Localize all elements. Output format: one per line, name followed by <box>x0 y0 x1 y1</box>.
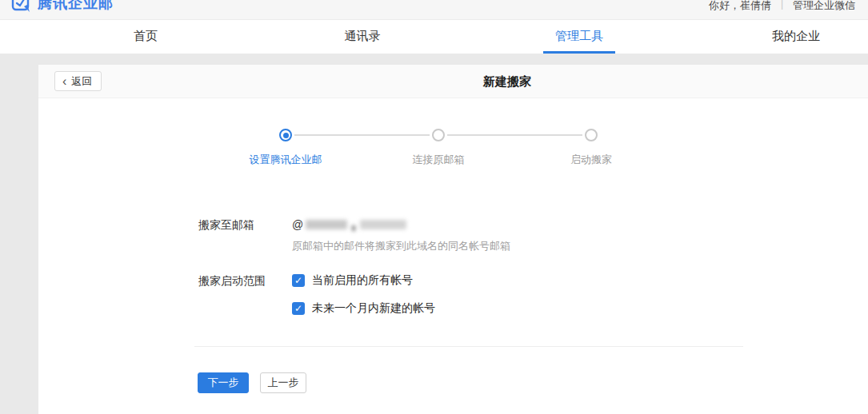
step-indicator-start <box>585 129 598 141</box>
back-button-label: 返回 <box>71 72 92 90</box>
step-label-connect: 连接原邮箱 <box>374 153 502 167</box>
step-connector-2 <box>447 134 582 136</box>
step-label-start: 启动搬家 <box>527 153 655 167</box>
exmail-logo-icon <box>11 0 32 14</box>
step-connector-1 <box>294 134 430 136</box>
logo-text: 腾讯企业邮 <box>38 0 114 13</box>
mailbox-at-prefix: @ <box>292 218 303 231</box>
step-label-setup: 设置腾讯企业邮 <box>222 153 350 167</box>
tab-contacts[interactable]: 通讯录 <box>345 20 381 54</box>
scope-label: 搬家启动范围 <box>198 274 266 289</box>
topbar-separator: | <box>781 0 783 10</box>
manage-wecom-link[interactable]: 管理企业微信 <box>793 0 855 13</box>
topbar: 腾讯企业邮 你好，崔倩倩 | 管理企业微信 <box>0 0 868 20</box>
step-indicator-setup <box>279 129 292 141</box>
app-logo: 腾讯企业邮 <box>11 0 114 14</box>
checkbox-label-current-accounts[interactable]: 当前启用的所有帐号 <box>312 273 413 288</box>
page-title: 新建搬家 <box>411 65 603 98</box>
content-card: ‹ 返回 新建搬家 设置腾讯企业邮 连接原邮箱 启动搬家 搬家至邮箱 @ 原邮箱… <box>38 65 868 414</box>
active-tab-underline <box>543 51 615 54</box>
target-mailbox-value: @ <box>292 218 406 231</box>
checkbox-current-accounts[interactable]: ✓ <box>292 274 305 287</box>
previous-step-button[interactable]: 上一步 <box>260 372 306 393</box>
target-mailbox-hint: 原邮箱中的邮件将搬家到此域名的同名帐号邮箱 <box>292 239 510 253</box>
form-divider <box>194 346 743 347</box>
tab-home[interactable]: 首页 <box>134 20 158 54</box>
section-divider-band <box>0 54 868 65</box>
checkbox-future-accounts[interactable]: ✓ <box>292 302 305 315</box>
checkbox-label-future-accounts[interactable]: 未来一个月内新建的帐号 <box>312 301 435 316</box>
redacted-domain-value <box>306 219 406 231</box>
scope-option-current-accounts[interactable]: ✓ 当前启用的所有帐号 <box>292 273 413 288</box>
target-mailbox-label: 搬家至邮箱 <box>198 218 254 233</box>
tab-my-company[interactable]: 我的企业 <box>772 20 820 54</box>
step-active-dot <box>283 133 289 138</box>
card-header: ‹ 返回 新建搬家 <box>38 65 868 98</box>
step-indicator-connect <box>432 129 445 141</box>
primary-nav: 首页 通讯录 管理工具 我的企业 <box>0 20 868 54</box>
tab-admin-tools[interactable]: 管理工具 <box>555 20 603 54</box>
next-step-button[interactable]: 下一步 <box>198 372 249 393</box>
back-button[interactable]: ‹ 返回 <box>54 71 102 91</box>
back-chevron-icon: ‹ <box>62 73 66 90</box>
scope-option-future-accounts[interactable]: ✓ 未来一个月内新建的帐号 <box>292 301 435 316</box>
main-area: ‹ 返回 新建搬家 设置腾讯企业邮 连接原邮箱 启动搬家 搬家至邮箱 @ 原邮箱… <box>0 65 868 414</box>
user-greeting: 你好，崔倩倩 <box>709 0 771 13</box>
